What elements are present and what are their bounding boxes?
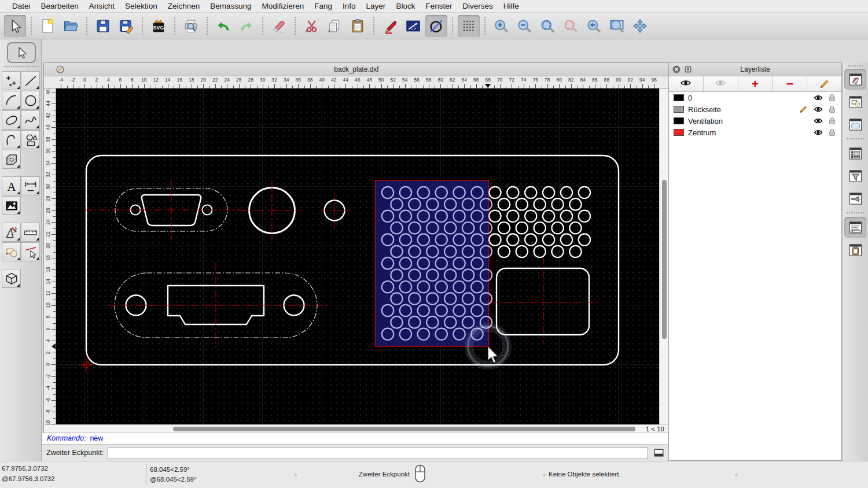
menu-item-datei[interactable]: Datei (7, 0, 36, 13)
layer-row-rückseite[interactable]: Rückseite (669, 103, 841, 115)
hatch-tool-button[interactable] (2, 150, 21, 169)
menu-item-info[interactable]: Info (337, 0, 361, 13)
zoom-window-button[interactable] (606, 15, 628, 37)
image-tool-button[interactable] (2, 196, 21, 215)
draw-edit-tool-button[interactable] (2, 223, 21, 242)
print-preview-icon (183, 18, 199, 34)
menu-item-selektion[interactable]: Selektion (120, 0, 163, 13)
menu-item-modifizieren[interactable]: Modifizieren (257, 0, 310, 13)
add-layer-button[interactable]: + (738, 76, 773, 91)
print-preview-button[interactable] (180, 15, 202, 37)
line-angle-button[interactable] (402, 15, 424, 37)
zoom-selection-button[interactable] (560, 15, 582, 37)
close-panel-icon[interactable] (672, 65, 681, 74)
selection-arrow-button[interactable] (4, 15, 26, 37)
pan-button[interactable] (629, 15, 651, 37)
zoom-out-button[interactable] (513, 15, 535, 37)
menu-item-bemassung[interactable]: Bemassung (205, 0, 256, 13)
horizontal-scrollbar[interactable]: 1 < 10 (44, 424, 669, 433)
menu-item-bearbeiten[interactable]: Bearbeiten (36, 0, 84, 13)
horizontal-scrollbar-thumb[interactable] (173, 427, 635, 431)
line-tool-button[interactable] (21, 71, 40, 90)
clipboard-panel-button[interactable] (844, 239, 866, 260)
modify-tool-button[interactable] (2, 242, 21, 261)
menu-item-block[interactable]: Block (391, 0, 420, 13)
ellipse-tool-button[interactable] (2, 110, 21, 130)
cut-button[interactable] (300, 15, 322, 37)
selection-arrow-tool-button[interactable] (7, 42, 36, 63)
layer-row-0[interactable]: 0 (669, 92, 841, 103)
paste-button[interactable] (347, 15, 369, 37)
vertical-scrollbar-thumb[interactable] (662, 180, 667, 339)
shape-tool-button[interactable] (21, 130, 40, 149)
menu-item-layer[interactable]: Layer (361, 0, 391, 13)
ruler-tick (53, 121, 56, 122)
layer-row-zentrum[interactable]: Zentrum (669, 127, 841, 138)
circle-slash-button[interactable] (425, 15, 447, 37)
text-tool-button[interactable]: A (2, 176, 21, 195)
new-file-button[interactable] (36, 15, 58, 37)
circle-tool-button[interactable] (21, 91, 40, 110)
open-file-button[interactable] (60, 15, 82, 37)
save-file-as-button[interactable] (115, 15, 137, 37)
zoom-auto-button[interactable] (536, 15, 558, 37)
ruler-tick (53, 323, 56, 324)
layer-lock-toggle[interactable] (827, 93, 837, 102)
ruler-label: 14 (165, 77, 170, 83)
zoom-previous-button[interactable] (583, 15, 605, 37)
menu-item-fang[interactable]: Fang (309, 0, 337, 13)
command-input[interactable] (108, 447, 648, 459)
menu-item-ansicht[interactable]: Ansicht (84, 0, 120, 13)
undo-button[interactable] (212, 15, 234, 37)
menu-item-fenster[interactable]: Fenster (420, 0, 457, 13)
vertical-scrollbar[interactable] (659, 88, 669, 424)
spotlight-panel-button[interactable] (844, 188, 866, 209)
select-tool-button[interactable] (21, 242, 40, 261)
dimension-tool-button[interactable] (21, 176, 40, 195)
pencil-small-icon (799, 105, 808, 114)
point-tool-button[interactable] (2, 71, 21, 90)
property-editor-panel-button[interactable] (844, 143, 866, 164)
ruler-label: 12 (45, 287, 52, 299)
layer-list-panel-button[interactable] (844, 69, 866, 90)
redo-button[interactable] (236, 15, 258, 37)
layer-visibility-toggle[interactable] (814, 116, 823, 125)
hide-all-layers-eye-button[interactable] (704, 76, 738, 91)
drawing-canvas[interactable] (56, 88, 659, 424)
right-dock-strip (842, 62, 868, 461)
zoom-in-button[interactable] (490, 15, 512, 37)
ruler-label: 34 (284, 77, 289, 83)
save-file-button[interactable] (92, 15, 114, 37)
show-all-layers-eye-button[interactable] (669, 76, 704, 91)
layer-visibility-toggle[interactable] (814, 93, 823, 102)
block-list-panel-button[interactable] (844, 91, 866, 112)
measure-tool-button[interactable] (21, 223, 40, 242)
view-panel-button[interactable] (844, 114, 866, 135)
command-toggle-button[interactable] (652, 447, 665, 459)
layer-lock-toggle[interactable] (827, 105, 837, 114)
solid-3d-tool-button[interactable] (2, 269, 21, 288)
polyline-tool-button[interactable] (2, 130, 21, 149)
layer-visibility-toggle[interactable] (814, 105, 823, 114)
menu-item-zeichnen[interactable]: Zeichnen (163, 0, 205, 13)
svg-export-button[interactable]: SVG (148, 15, 170, 37)
layer-lock-toggle[interactable] (827, 128, 837, 137)
delete-eraser-button[interactable] (268, 15, 290, 37)
spline-tool-button[interactable] (21, 110, 40, 130)
draw-from-spec-button[interactable] (379, 15, 401, 37)
float-panel-icon[interactable] (683, 65, 693, 74)
selection-filter-panel-button[interactable] (844, 165, 866, 186)
edit-layer-button[interactable] (807, 76, 841, 91)
layer-row-ventilation[interactable]: Ventilation (669, 115, 841, 127)
menu-item-hilfe[interactable]: Hilfe (498, 0, 524, 13)
layer-lock-toggle[interactable] (827, 116, 837, 125)
ruler-tick (186, 86, 186, 88)
remove-layer-button[interactable]: − (773, 76, 807, 91)
ruler-tick (565, 86, 566, 88)
grid-toggle-button[interactable] (458, 15, 480, 37)
menu-item-diverses[interactable]: Diverses (457, 0, 498, 13)
copy-button[interactable] (323, 15, 345, 37)
layer-visibility-toggle[interactable] (814, 128, 823, 137)
arc-tool-button[interactable] (2, 91, 21, 110)
command-line-panel-button[interactable] (844, 217, 866, 238)
